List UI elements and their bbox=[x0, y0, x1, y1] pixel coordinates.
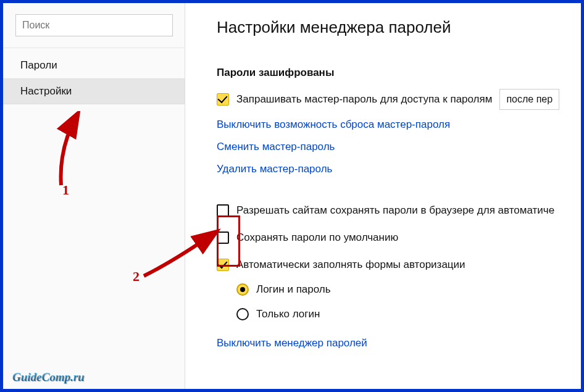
link-change-master[interactable]: Сменить мастер-пароль bbox=[217, 141, 335, 153]
label-allow-sites: Разрешать сайтам сохранять пароли в брау… bbox=[236, 204, 554, 217]
page-title: Настройки менеджера паролей bbox=[217, 18, 575, 37]
link-disable-reset[interactable]: Выключить возможность сброса мастер-паро… bbox=[217, 119, 450, 131]
dropdown-master-timeout[interactable]: после пер bbox=[499, 89, 559, 110]
link-delete-master[interactable]: Удалить мастер-пароль bbox=[217, 163, 332, 175]
checkbox-autofill[interactable] bbox=[217, 259, 229, 271]
section-title: Пароли зашифрованы bbox=[217, 67, 575, 79]
radio-login-only[interactable] bbox=[236, 308, 249, 320]
sidebar-item-passwords[interactable]: Пароли bbox=[3, 53, 185, 78]
main-content: Настройки менеджера паролей Пароли зашиф… bbox=[186, 3, 581, 389]
label-save-default: Сохранять пароли по умолчанию bbox=[236, 231, 398, 244]
radio-login-password[interactable] bbox=[236, 283, 249, 296]
label-master-prompt: Запрашивать мастер-пароль для доступа к … bbox=[236, 93, 492, 106]
sidebar-item-settings[interactable]: Настройки bbox=[3, 78, 185, 104]
label-login-only: Только логин bbox=[256, 308, 320, 320]
row-radio-login-only: Только логин bbox=[236, 305, 575, 323]
row-master-prompt: Запрашивать мастер-пароль для доступа к … bbox=[217, 89, 575, 110]
sidebar-item-label: Настройки bbox=[20, 85, 72, 97]
row-allow-sites: Разрешать сайтам сохранять пароли в брау… bbox=[217, 201, 575, 220]
checkbox-allow-sites[interactable] bbox=[217, 204, 229, 217]
row-radio-login-password: Логин и пароль bbox=[236, 280, 575, 299]
sidebar-item-label: Пароли bbox=[20, 59, 57, 71]
link-disable-manager[interactable]: Выключить менеджер паролей bbox=[217, 337, 367, 349]
search-input[interactable] bbox=[15, 14, 173, 36]
label-autofill: Автоматически заполнять формы авторизаци… bbox=[236, 259, 465, 271]
sidebar: Пароли Настройки bbox=[3, 3, 185, 389]
checkbox-save-default[interactable] bbox=[217, 231, 229, 244]
row-autofill: Автоматически заполнять формы авторизаци… bbox=[217, 256, 575, 274]
checkbox-master-prompt[interactable] bbox=[217, 93, 229, 106]
search-container bbox=[3, 3, 185, 48]
label-login-password: Логин и пароль bbox=[256, 283, 331, 296]
sidebar-divider bbox=[3, 48, 185, 48]
row-save-default: Сохранять пароли по умолчанию bbox=[217, 228, 575, 247]
